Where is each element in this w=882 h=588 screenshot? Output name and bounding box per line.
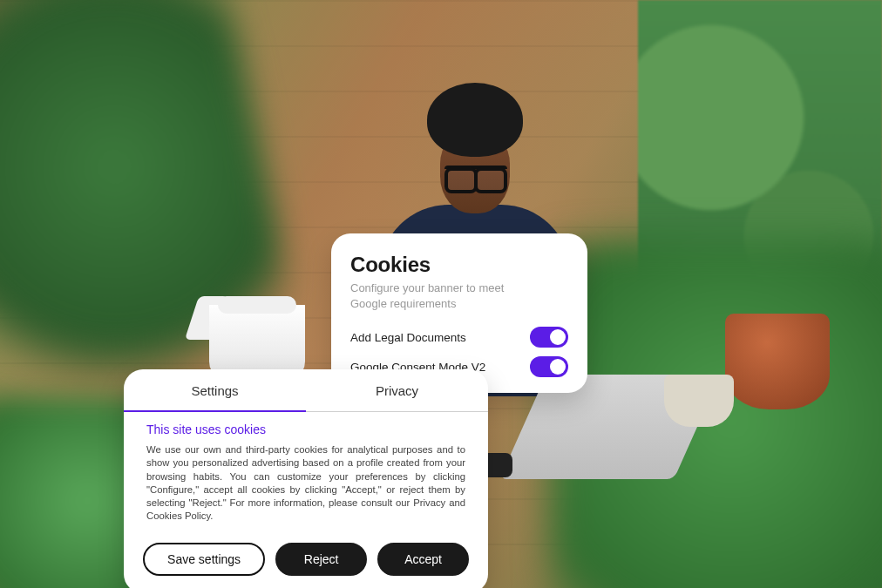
hero-scene: Cookies Configure your banner to meet Go… (0, 0, 882, 588)
small-planter (664, 375, 734, 427)
cookie-banner-heading: This site uses cookies (146, 422, 465, 436)
cookie-banner-tabs: Settings Privacy (124, 369, 488, 412)
toggle-google-consent-mode-v2[interactable] (530, 356, 568, 377)
toggle-legal-documents[interactable] (530, 327, 568, 348)
tab-settings[interactable]: Settings (124, 369, 306, 412)
cookie-banner-body: This site uses cookies We use our own an… (124, 412, 488, 524)
cookie-banner-text: We use our own and third-party cookies f… (146, 443, 465, 524)
tab-privacy[interactable]: Privacy (306, 369, 488, 412)
cookies-config-title: Cookies (350, 253, 568, 277)
reject-button[interactable]: Reject (275, 543, 367, 576)
cookie-banner-actions: Save settings Reject Accept (124, 524, 488, 576)
terracotta-pot (725, 314, 830, 409)
toggle-label: Add Legal Documents (350, 331, 466, 344)
cookie-banner: Settings Privacy This site uses cookies … (124, 369, 488, 588)
toggle-row-legal-docs: Add Legal Documents (350, 327, 568, 348)
cookies-config-subtitle: Configure your banner to meet Google req… (350, 280, 568, 311)
accept-button[interactable]: Accept (377, 543, 469, 576)
save-settings-button[interactable]: Save settings (143, 543, 265, 576)
